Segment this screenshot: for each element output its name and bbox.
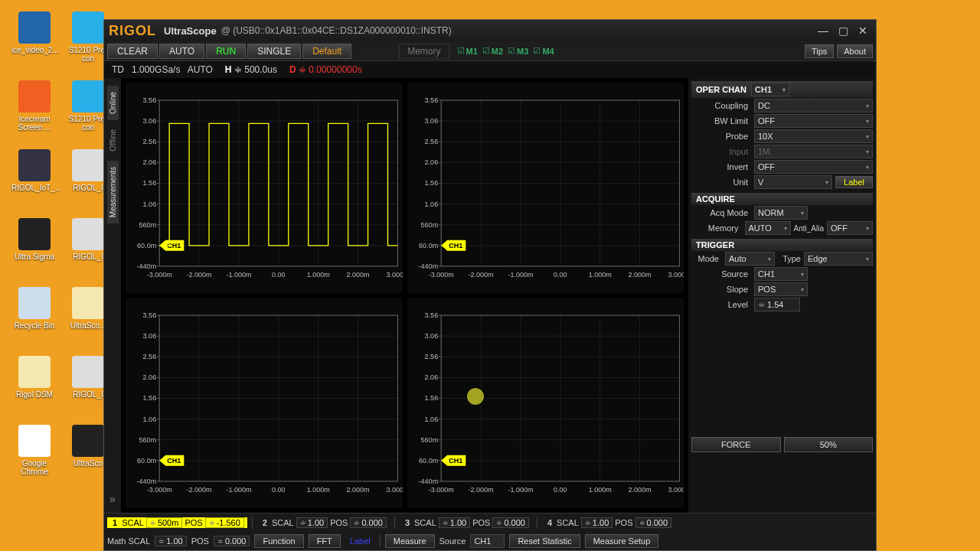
invert-select[interactable]: OFF	[754, 160, 873, 174]
scope-plot-1[interactable]: 3.563.062.562.061.561.06560m60.0m-440m-3…	[126, 83, 403, 293]
math-scal-input[interactable]: 1.00	[155, 536, 186, 546]
svg-text:CH1: CH1	[167, 457, 181, 465]
acq-mode-select[interactable]: NORM	[754, 206, 808, 220]
measure-button[interactable]: Measure	[385, 534, 435, 548]
svg-text:2.56: 2.56	[143, 138, 157, 145]
m4-toggle[interactable]: ☑M4	[533, 46, 554, 56]
desktop-icon[interactable]: RIGOL_IoT_...	[11, 149, 57, 192]
math-label: Label	[345, 536, 375, 546]
expand-icon[interactable]: »	[109, 493, 116, 505]
desktop-icon[interactable]: ice_video_2...	[11, 11, 57, 54]
close-icon[interactable]: ✕	[854, 24, 871, 37]
channel-1-controls[interactable]: 1SCAL500mPOS-1.560	[107, 517, 247, 528]
titlebar: RIGOL UltraScope @ (USB0::0x1AB1::0x04CE…	[104, 20, 876, 41]
scope-plot-2[interactable]: 3.563.062.562.061.561.06560m60.0m-440m-3…	[407, 83, 684, 293]
fft-button[interactable]: FFT	[309, 534, 341, 548]
connection-string: @ (USB0::0x1AB1::0x04CE::DS1ZA000000010:…	[221, 25, 452, 36]
default-button[interactable]: Default	[302, 44, 351, 59]
svg-text:1.06: 1.06	[143, 416, 157, 423]
svg-text:560m: 560m	[139, 221, 157, 229]
auto-button[interactable]: AUTO	[159, 44, 204, 59]
app-name: UltraScope	[164, 25, 217, 37]
math-pos-input[interactable]: 0.000	[214, 536, 250, 546]
input-select: 1M:	[754, 145, 873, 158]
svg-text:CH1: CH1	[449, 457, 462, 465]
tab-offline[interactable]: Offline	[107, 123, 119, 158]
function-button[interactable]: Function	[254, 534, 303, 548]
single-button[interactable]: SINGLE	[247, 44, 301, 59]
svg-text:560m: 560m	[420, 221, 438, 229]
oper-channel-select[interactable]: CH1	[751, 83, 789, 96]
trigger-level-input[interactable]: 1.54	[754, 298, 800, 311]
svg-text:60.0m: 60.0m	[137, 457, 156, 465]
desktop-icon[interactable]: Icecream Screen ...	[11, 80, 57, 132]
clear-button[interactable]: CLEAR	[107, 44, 158, 59]
svg-text:60.0m: 60.0m	[419, 242, 438, 249]
svg-text:1.06: 1.06	[424, 416, 438, 423]
svg-text:0.00: 0.00	[554, 271, 567, 279]
m1-toggle[interactable]: ☑M1	[457, 46, 478, 56]
label-button[interactable]: Label	[835, 176, 873, 188]
tips-button[interactable]: Tips	[805, 44, 834, 58]
svg-text:560m: 560m	[420, 436, 438, 444]
probe-select[interactable]: 10X	[754, 129, 873, 143]
m2-toggle[interactable]: ☑M2	[482, 46, 503, 56]
run-button[interactable]: RUN	[206, 44, 246, 59]
svg-text:3.06: 3.06	[424, 332, 438, 340]
channel-3-controls[interactable]: 3SCAL1.00POS0.000	[400, 517, 532, 528]
desktop-icon[interactable]: Rigol DSM	[11, 356, 57, 399]
force-button[interactable]: FORCE	[691, 437, 781, 452]
fifty-percent-button[interactable]: 50%	[784, 437, 874, 452]
measure-setup-button[interactable]: Measure Setup	[585, 534, 659, 548]
svg-text:3.56: 3.56	[424, 96, 438, 104]
m3-toggle[interactable]: ☑M3	[508, 46, 528, 56]
svg-text:-2.000m: -2.000m	[187, 486, 212, 494]
tab-measurements[interactable]: Measurements	[107, 161, 119, 223]
svg-text:3.000m: 3.000m	[386, 271, 402, 279]
svg-text:1.000m: 1.000m	[307, 271, 330, 279]
channel-4-controls[interactable]: 4SCAL1.00POS0.000	[542, 517, 675, 528]
unit-select[interactable]: V	[754, 175, 832, 189]
trigger-type-select[interactable]: Edge	[804, 252, 873, 266]
left-tab-strip: Online Offline Measurements »	[104, 78, 121, 513]
coupling-select[interactable]: DC	[754, 99, 873, 112]
info-bar: TD 1.000GSa/s AUTO H ≑ 500.0us D ≑ 0.000…	[104, 61, 876, 78]
svg-text:60.0m: 60.0m	[137, 242, 156, 249]
trigger-mode-select[interactable]: Auto	[725, 252, 775, 266]
svg-text:2.06: 2.06	[424, 158, 438, 166]
svg-text:-3.000m: -3.000m	[147, 486, 172, 494]
scope-plot-4[interactable]: 3.563.062.562.061.561.06560m60.0m-440m-3…	[407, 298, 684, 508]
anti-alias-select[interactable]: OFF	[827, 221, 873, 235]
memory-select[interactable]: AUTO	[745, 221, 791, 235]
plot-grid: 3.563.062.562.061.561.06560m60.0m-440m-3…	[121, 78, 688, 513]
about-button[interactable]: About	[837, 44, 873, 58]
svg-text:1.56: 1.56	[143, 179, 157, 187]
svg-text:3.56: 3.56	[143, 96, 157, 104]
desktop-icon[interactable]: Ultra Sigma	[11, 218, 57, 261]
maximize-icon[interactable]: ▢	[835, 24, 851, 37]
cursor-icon	[467, 388, 484, 405]
svg-text:-440m: -440m	[418, 262, 438, 270]
svg-text:3.000m: 3.000m	[668, 486, 684, 494]
svg-text:-1.000m: -1.000m	[508, 486, 533, 494]
measure-source-select[interactable]: CH1	[470, 534, 505, 548]
minimize-icon[interactable]: —	[815, 24, 831, 37]
svg-text:3.000m: 3.000m	[668, 271, 684, 279]
svg-text:1.56: 1.56	[424, 394, 438, 402]
trigger-slope-select[interactable]: POS	[754, 282, 808, 296]
svg-text:0.00: 0.00	[272, 486, 286, 494]
desktop-icon[interactable]: Google Chrome	[11, 425, 57, 476]
reset-statistic-button[interactable]: Reset Statistic	[509, 534, 580, 548]
bw-limit-select[interactable]: OFF	[754, 114, 873, 128]
trigger-source-select[interactable]: CH1	[754, 267, 808, 281]
svg-text:-3.000m: -3.000m	[147, 271, 172, 279]
tab-online[interactable]: Online	[107, 86, 119, 120]
memory-button[interactable]: Memory	[399, 44, 449, 59]
svg-text:1.000m: 1.000m	[588, 271, 611, 279]
channel-2-controls[interactable]: 2SCAL1.00POS0.000	[257, 517, 390, 528]
desktop-icon[interactable]: Recycle Bin	[11, 287, 57, 330]
svg-text:3.56: 3.56	[424, 311, 438, 319]
svg-text:-1.000m: -1.000m	[226, 486, 251, 494]
svg-text:1.56: 1.56	[143, 394, 157, 402]
scope-plot-3[interactable]: 3.563.062.562.061.561.06560m60.0m-440m-3…	[126, 298, 403, 508]
